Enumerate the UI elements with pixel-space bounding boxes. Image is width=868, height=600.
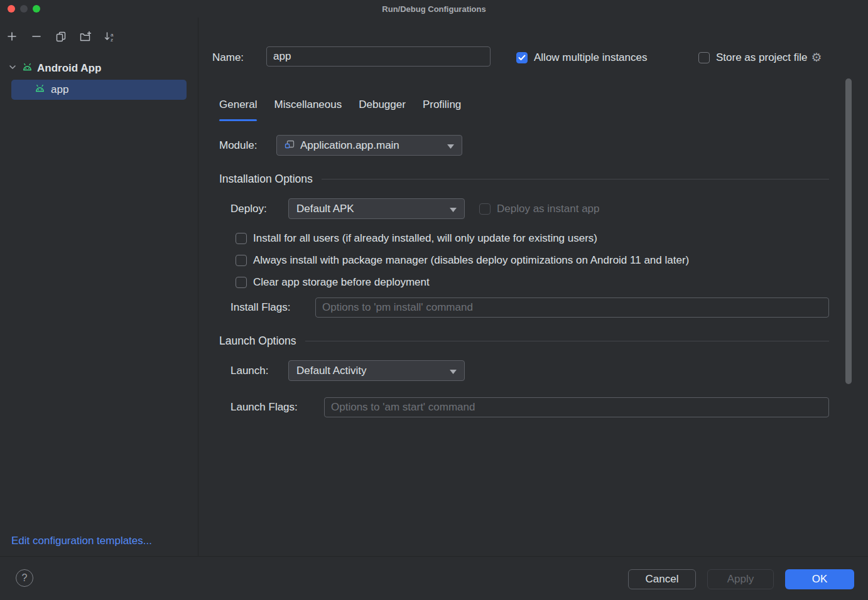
installation-options-title: Installation Options <box>219 173 313 186</box>
module-row: Module: <box>219 135 257 156</box>
install-for-all-users-label: Install for all users (if already instal… <box>253 232 597 245</box>
always-install-label: Always install with package manager (dis… <box>253 254 689 267</box>
titlebar: Run/Debug Configurations <box>0 0 868 18</box>
install-flags-input[interactable] <box>315 297 829 318</box>
sidebar-toolbar: az <box>0 18 198 45</box>
tab-miscellaneous[interactable]: Miscellaneous <box>274 99 342 121</box>
store-as-project-row: Store as project file ⚙ <box>698 47 822 68</box>
copy-configuration-button[interactable] <box>53 30 68 45</box>
store-as-project-file-checkbox[interactable]: Store as project file <box>698 51 808 64</box>
install-flags-row: Install Flags: <box>231 297 290 318</box>
checkbox-unchecked-icon[interactable] <box>236 233 247 244</box>
cancel-button[interactable]: Cancel <box>628 569 696 589</box>
name-label: Name: <box>212 51 244 64</box>
deploy-value: Default APK <box>296 203 354 215</box>
traffic-lights <box>8 5 40 13</box>
sort-alphabetically-icon: az <box>104 31 116 45</box>
dialog-footer: ? Cancel Apply OK <box>0 556 868 600</box>
tab-debugger[interactable]: Debugger <box>359 99 406 121</box>
footer-buttons: Cancel Apply OK <box>628 569 854 589</box>
close-button[interactable] <box>8 5 15 13</box>
chevron-down-icon <box>450 365 457 377</box>
android-icon <box>35 83 45 96</box>
checkbox-unchecked-icon[interactable] <box>698 52 710 63</box>
launch-dropdown[interactable]: Default Activity <box>288 360 465 381</box>
name-input[interactable] <box>266 46 491 67</box>
tab-general[interactable]: General <box>219 99 257 121</box>
install-for-all-users-checkbox[interactable]: Install for all users (if already instal… <box>236 232 597 245</box>
zoom-button[interactable] <box>33 5 40 13</box>
always-install-package-manager-checkbox[interactable]: Always install with package manager (dis… <box>236 254 689 267</box>
help-button[interactable]: ? <box>16 569 33 587</box>
add-configuration-button[interactable] <box>4 30 19 45</box>
tab-profiling[interactable]: Profiling <box>423 99 461 121</box>
deploy-instant-label: Deploy as instant app <box>497 203 600 215</box>
allow-multiple-instances-checkbox[interactable]: Allow multiple instances <box>516 51 647 64</box>
launch-row: Launch: <box>231 360 269 381</box>
launch-value: Default Activity <box>296 365 367 377</box>
install-flags-label: Install Flags: <box>231 301 290 314</box>
checkbox-disabled-icon <box>479 203 491 215</box>
launch-flags-row: Launch Flags: <box>231 397 298 417</box>
ok-button[interactable]: OK <box>785 569 854 589</box>
allow-multiple-row: Allow multiple instances <box>516 47 647 68</box>
installation-options-section: Installation Options <box>219 173 829 186</box>
clear-app-storage-row: Clear app storage before deployment <box>236 275 430 290</box>
module-icon <box>285 139 295 153</box>
minimize-button[interactable] <box>20 5 28 13</box>
apply-button[interactable]: Apply <box>707 569 774 589</box>
launch-flags-label: Launch Flags: <box>231 401 298 414</box>
module-dropdown[interactable]: Application.app.main <box>276 135 462 156</box>
install-for-all-users-row: Install for all users (if already instal… <box>236 231 597 246</box>
allow-multiple-label: Allow multiple instances <box>534 51 647 64</box>
tree-item-label: app <box>51 83 68 96</box>
deploy-instant-row: Deploy as instant app <box>479 198 600 219</box>
deploy-row: Deploy: <box>231 198 267 219</box>
section-divider <box>322 179 829 179</box>
launch-flags-input[interactable] <box>324 397 829 417</box>
new-folder-button[interactable] <box>78 30 93 45</box>
android-icon <box>22 62 33 75</box>
remove-configuration-button[interactable] <box>29 30 44 45</box>
minus-icon <box>31 31 42 45</box>
module-label: Module: <box>219 139 257 152</box>
configuration-tabs: General Miscellaneous Debugger Profiling <box>219 99 461 121</box>
launch-label: Launch: <box>231 365 269 377</box>
svg-text:z: z <box>111 37 113 43</box>
gear-icon[interactable]: ⚙ <box>811 51 822 63</box>
deploy-label: Deploy: <box>231 203 267 215</box>
always-install-row: Always install with package manager (dis… <box>236 253 689 268</box>
tree-item-app-selected[interactable]: app <box>11 80 187 100</box>
checkbox-unchecked-icon[interactable] <box>236 255 247 266</box>
store-as-project-label: Store as project file <box>716 51 808 64</box>
chevron-down-icon <box>447 139 454 152</box>
chevron-down-icon[interactable] <box>8 62 18 75</box>
copy-icon <box>55 31 67 45</box>
launch-options-title: Launch Options <box>219 335 296 348</box>
vertical-scrollbar[interactable] <box>845 78 852 384</box>
new-folder-icon <box>79 31 92 45</box>
name-row: Name: <box>212 47 244 68</box>
tree-group-label: Android App <box>37 62 101 75</box>
clear-app-storage-label: Clear app storage before deployment <box>253 276 430 289</box>
sort-configurations-button[interactable]: az <box>102 30 117 45</box>
deploy-dropdown[interactable]: Default APK <box>288 198 465 219</box>
configuration-form: Name: Allow multiple instances Store as … <box>199 18 868 556</box>
deploy-as-instant-app-checkbox: Deploy as instant app <box>479 203 600 215</box>
configurations-sidebar: az Android App app Edit configuration te… <box>0 18 198 556</box>
window-title: Run/Debug Configurations <box>382 4 486 14</box>
edit-configuration-templates-link[interactable]: Edit configuration templates... <box>11 535 152 547</box>
launch-options-section: Launch Options <box>219 335 829 348</box>
run-debug-configurations-dialog: Run/Debug Configurations <box>0 0 868 600</box>
clear-app-storage-checkbox[interactable]: Clear app storage before deployment <box>236 276 430 289</box>
checkbox-checked-icon[interactable] <box>516 52 528 63</box>
section-divider <box>305 341 829 341</box>
checkbox-unchecked-icon[interactable] <box>236 277 247 288</box>
chevron-down-icon <box>450 203 457 215</box>
plus-icon <box>6 31 18 45</box>
tree-group-android-app[interactable]: Android App <box>0 59 198 78</box>
module-value: Application.app.main <box>300 139 399 152</box>
